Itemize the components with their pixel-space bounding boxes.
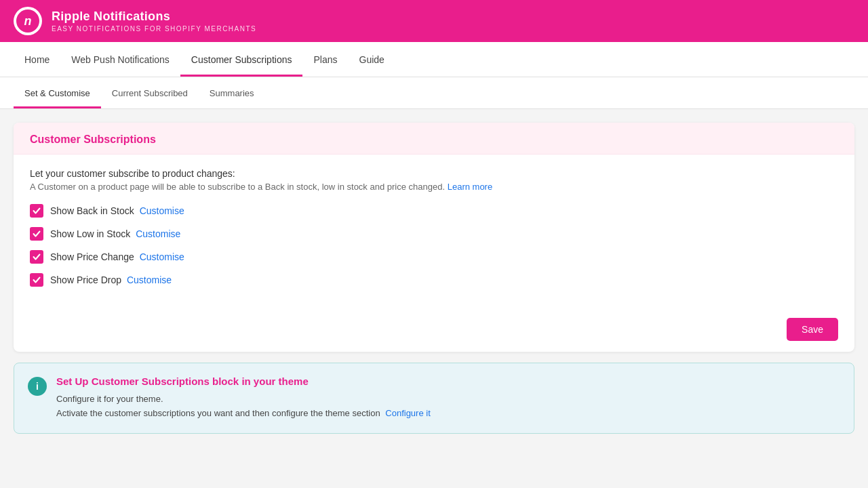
learn-more-link[interactable]: Learn more bbox=[448, 182, 492, 192]
nav-item-home[interactable]: Home bbox=[14, 42, 60, 77]
app-logo: n bbox=[14, 7, 42, 35]
info-card-content: Set Up Customer Subscriptions block in y… bbox=[56, 375, 431, 421]
checkbox-price-change[interactable] bbox=[30, 250, 43, 264]
checkbox-low-in-stock[interactable] bbox=[30, 227, 43, 241]
card-header: Customer Subscriptions bbox=[14, 123, 854, 155]
sub-nav-set-customise[interactable]: Set & Customise bbox=[14, 77, 101, 108]
info-card-title: Set Up Customer Subscriptions block in y… bbox=[56, 375, 431, 387]
nav-item-customer-subscriptions[interactable]: Customer Subscriptions bbox=[180, 42, 303, 77]
customise-link-price-drop[interactable]: Customise bbox=[127, 274, 172, 285]
nav-item-guide[interactable]: Guide bbox=[349, 42, 395, 77]
card-footer: Save bbox=[14, 310, 854, 352]
app-name: Ripple Notifications bbox=[52, 9, 256, 24]
checkbox-row-low-in-stock: Show Low in Stock Customise bbox=[30, 227, 838, 241]
save-button[interactable]: Save bbox=[787, 318, 838, 341]
checkbox-row-price-change: Show Price Change Customise bbox=[30, 250, 838, 264]
app-header-text: Ripple Notifications Easy Notifications … bbox=[52, 9, 256, 33]
customise-link-low-in-stock[interactable]: Customise bbox=[136, 228, 180, 239]
info-card: i Set Up Customer Subscriptions block in… bbox=[14, 363, 854, 434]
description-main: Let your customer subscribe to product c… bbox=[30, 168, 838, 179]
logo-letter: n bbox=[16, 9, 39, 33]
checkbox-row-price-drop: Show Price Drop Customise bbox=[30, 273, 838, 287]
checkbox-label-price-change: Show Price Change Customise bbox=[50, 251, 184, 262]
customise-link-back-in-stock[interactable]: Customise bbox=[140, 205, 184, 216]
configure-it-link[interactable]: Configure it bbox=[385, 408, 430, 418]
sub-nav-current-subscribed[interactable]: Current Subscribed bbox=[101, 77, 199, 108]
info-card-description: Configure it for your theme. Activate th… bbox=[56, 392, 431, 421]
checkbox-price-drop[interactable] bbox=[30, 273, 43, 287]
customise-link-price-change[interactable]: Customise bbox=[140, 251, 184, 262]
card-title: Customer Subscriptions bbox=[30, 134, 838, 146]
sub-nav-summaries[interactable]: Summaries bbox=[199, 77, 265, 108]
nav-item-web-push[interactable]: Web Push Notifications bbox=[60, 42, 180, 77]
app-subtitle: Easy Notifications for Shopify Merchants bbox=[52, 25, 256, 33]
customer-subscriptions-card: Customer Subscriptions Let your customer… bbox=[14, 123, 854, 352]
sub-nav: Set & Customise Current Subscribed Summa… bbox=[0, 77, 868, 109]
card-body: Let your customer subscribe to product c… bbox=[14, 155, 854, 310]
info-icon: i bbox=[28, 377, 47, 396]
main-content: Customer Subscriptions Let your customer… bbox=[0, 109, 868, 447]
checkbox-label-low-in-stock: Show Low in Stock Customise bbox=[50, 228, 180, 239]
checkbox-row-back-in-stock: Show Back in Stock Customise bbox=[30, 204, 838, 218]
nav-item-plans[interactable]: Plans bbox=[302, 42, 348, 77]
description-sub: A Customer on a product page will be abl… bbox=[30, 182, 838, 192]
checkbox-label-back-in-stock: Show Back in Stock Customise bbox=[50, 205, 184, 216]
checkbox-back-in-stock[interactable] bbox=[30, 204, 43, 218]
top-nav: Home Web Push Notifications Customer Sub… bbox=[0, 42, 868, 77]
app-header: n Ripple Notifications Easy Notification… bbox=[0, 0, 868, 42]
checkbox-label-price-drop: Show Price Drop Customise bbox=[50, 274, 172, 285]
